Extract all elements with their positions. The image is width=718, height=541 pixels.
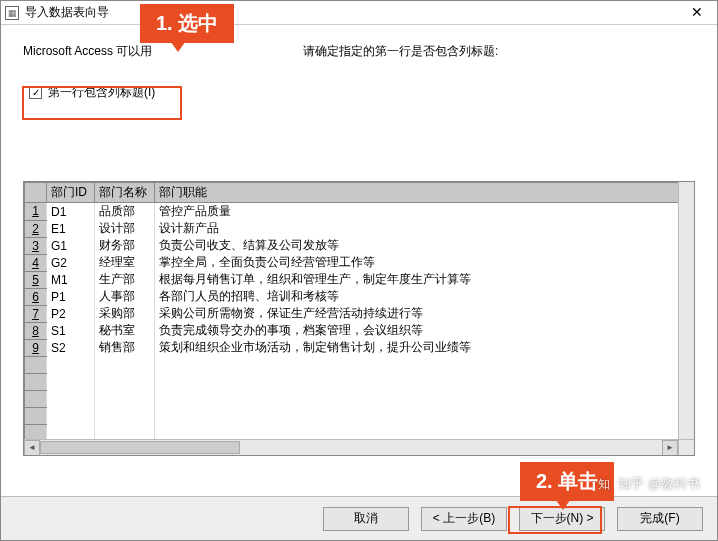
- cell-id: D1: [47, 203, 95, 221]
- cell-name: 品质部: [95, 203, 155, 221]
- cell-id: P2: [47, 305, 95, 322]
- cell-func: 管控产品质量: [155, 203, 694, 221]
- row-number: 6: [25, 288, 47, 305]
- table-row[interactable]: 6P1人事部各部门人员的招聘、培训和考核等: [25, 288, 694, 305]
- table-row[interactable]: 7P2采购部采购公司所需物资，保证生产经营活动持续进行等: [25, 305, 694, 322]
- import-wizard-dialog: ▦ 导入数据表向导 ✕ Microsoft Access 可以用 列标题作为表的…: [0, 0, 718, 541]
- cell-func: 采购公司所需物资，保证生产经营活动持续进行等: [155, 305, 694, 322]
- row-number: 9: [25, 339, 47, 356]
- table-row: [25, 390, 694, 407]
- cell-name: 生产部: [95, 271, 155, 288]
- row-number: 7: [25, 305, 47, 322]
- scroll-thumb[interactable]: [40, 441, 240, 454]
- scroll-track[interactable]: [40, 440, 662, 456]
- cell-func: 设计新产品: [155, 220, 694, 237]
- table-row: [25, 373, 694, 390]
- checkbox-label: 第一行包含列标题(I): [48, 84, 155, 101]
- cell-func: 根据每月销售订单，组织和管理生产，制定年度生产计算等: [155, 271, 694, 288]
- vertical-scrollbar[interactable]: [678, 182, 694, 439]
- scroll-right-button[interactable]: ►: [662, 440, 678, 456]
- table-row[interactable]: 3G1财务部负责公司收支、结算及公司发放等: [25, 237, 694, 254]
- cell-id: M1: [47, 271, 95, 288]
- cell-name: 采购部: [95, 305, 155, 322]
- desc-prefix: Microsoft Access 可以用: [23, 44, 152, 58]
- table-row[interactable]: 2E1设计部设计新产品: [25, 220, 694, 237]
- desc-suffix: 请确定指定的第一行是否包含列标题:: [303, 44, 498, 58]
- col-header-func[interactable]: 部门职能: [155, 183, 694, 203]
- close-button[interactable]: ✕: [681, 2, 713, 24]
- callout-2-arrow-icon: [553, 496, 573, 510]
- cell-func: 策划和组织企业市场活动，制定销售计划，提升公司业绩等: [155, 339, 694, 356]
- app-icon: ▦: [5, 6, 19, 20]
- row-number: 5: [25, 271, 47, 288]
- first-row-header-checkbox-group[interactable]: ✓ 第一行包含列标题(I): [23, 84, 695, 101]
- cell-func: 掌控全局，全面负责公司经营管理工作等: [155, 254, 694, 271]
- cell-id: P1: [47, 288, 95, 305]
- table-row: [25, 356, 694, 373]
- scrollbar-corner: [678, 439, 694, 455]
- title-bar: ▦ 导入数据表向导 ✕: [1, 1, 717, 25]
- cell-id: G1: [47, 237, 95, 254]
- row-number: 3: [25, 237, 47, 254]
- table-row[interactable]: 9S2销售部策划和组织企业市场活动，制定销售计划，提升公司业绩等: [25, 339, 694, 356]
- next-button[interactable]: 下一步(N) >: [519, 507, 605, 531]
- cell-func: 各部门人员的招聘、培训和考核等: [155, 288, 694, 305]
- row-number: 1: [25, 203, 47, 221]
- col-header-corner: [25, 183, 47, 203]
- horizontal-scrollbar[interactable]: ◄ ►: [24, 439, 678, 455]
- cell-id: G2: [47, 254, 95, 271]
- description-text: Microsoft Access 可以用 列标题作为表的字段名称。 请确定指定的…: [23, 43, 695, 60]
- button-bar: 取消 < 上一步(B) 下一步(N) > 完成(F): [1, 496, 717, 540]
- watermark-text: 知乎 @教科书: [618, 475, 700, 493]
- content-area: Microsoft Access 可以用 列标题作为表的字段名称。 请确定指定的…: [1, 25, 717, 496]
- cell-name: 设计部: [95, 220, 155, 237]
- watermark: 知 知乎 @教科书: [596, 475, 700, 493]
- cell-name: 经理室: [95, 254, 155, 271]
- finish-button[interactable]: 完成(F): [617, 507, 703, 531]
- table-row[interactable]: 5M1生产部根据每月销售订单，组织和管理生产，制定年度生产计算等: [25, 271, 694, 288]
- cell-name: 秘书室: [95, 322, 155, 339]
- preview-table-container: 部门ID 部门名称 部门职能 1D1品质部管控产品质量2E1设计部设计新产品3G…: [23, 181, 695, 456]
- col-header-id[interactable]: 部门ID: [47, 183, 95, 203]
- window-title: 导入数据表向导: [25, 4, 681, 21]
- cell-id: E1: [47, 220, 95, 237]
- table-row: [25, 407, 694, 424]
- table-row[interactable]: 8S1秘书室负责完成领导交办的事项，档案管理，会议组织等: [25, 322, 694, 339]
- preview-table: 部门ID 部门名称 部门职能 1D1品质部管控产品质量2E1设计部设计新产品3G…: [24, 182, 694, 442]
- table-row[interactable]: 4G2经理室掌控全局，全面负责公司经营管理工作等: [25, 254, 694, 271]
- row-number: 2: [25, 220, 47, 237]
- row-number: 4: [25, 254, 47, 271]
- cell-id: S1: [47, 322, 95, 339]
- table-row[interactable]: 1D1品质部管控产品质量: [25, 203, 694, 221]
- scroll-left-button[interactable]: ◄: [24, 440, 40, 456]
- cancel-button[interactable]: 取消: [323, 507, 409, 531]
- cell-func: 负责公司收支、结算及公司发放等: [155, 237, 694, 254]
- cell-name: 销售部: [95, 339, 155, 356]
- cell-id: S2: [47, 339, 95, 356]
- cell-name: 人事部: [95, 288, 155, 305]
- col-header-name[interactable]: 部门名称: [95, 183, 155, 203]
- cell-name: 财务部: [95, 237, 155, 254]
- row-number: 8: [25, 322, 47, 339]
- back-button[interactable]: < 上一步(B): [421, 507, 507, 531]
- checkbox-icon[interactable]: ✓: [29, 86, 42, 99]
- zhihu-icon: 知: [596, 476, 612, 492]
- callout-1-arrow-icon: [168, 38, 188, 52]
- cell-func: 负责完成领导交办的事项，档案管理，会议组织等: [155, 322, 694, 339]
